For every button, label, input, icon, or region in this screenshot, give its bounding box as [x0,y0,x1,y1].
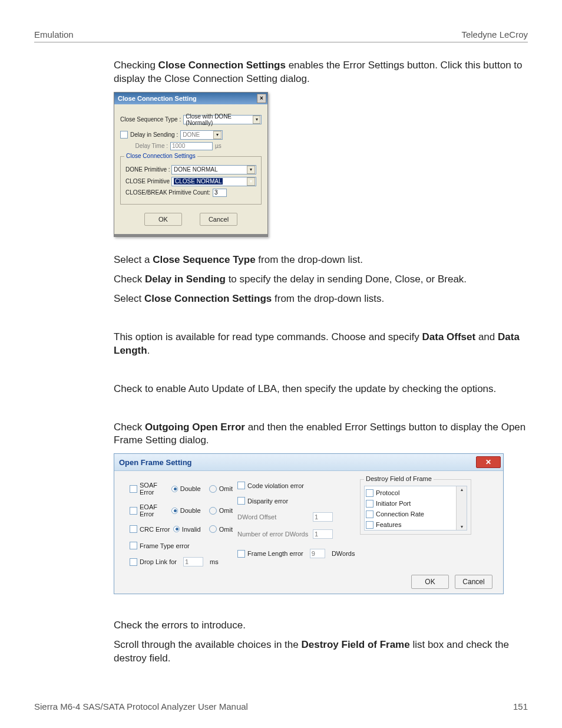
disparity-checkbox[interactable] [237,497,245,505]
chevron-down-icon: ▾ [247,166,255,174]
seq-type-select[interactable]: Close with DONE (Normally)▾ [183,115,262,124]
dialog-titlebar: Open Frame Setting ✕ [114,454,503,471]
delay-time-label: Delay Time : [130,143,168,149]
dword-offset-label: DWord Offset [237,513,310,521]
seq-type-label: Close Sequence Type : [120,116,181,123]
destroy-listbox[interactable]: Protocol Initiator Port Connection Rate … [364,486,467,531]
crc-omit-radio[interactable] [209,525,217,533]
para-6: Check to enable Auto Update of LBA, then… [114,383,528,396]
destroy-item-checkbox[interactable] [366,510,373,518]
para-3: Check Delay in Sending to specify the de… [114,273,528,286]
destroy-legend: Destroy Field of Frame [364,475,434,482]
delay-sending-label: Delay in Sending : [130,131,178,138]
ok-button[interactable]: OK [144,213,182,226]
para-9: Scroll through the available choices in … [114,638,528,666]
code-viol-checkbox[interactable] [237,482,245,489]
frame-len-input[interactable] [310,549,325,558]
eoaf-omit-radio[interactable] [209,507,217,515]
scrollbar[interactable]: ▴▾ [456,486,467,530]
crc-invalid-radio[interactable] [173,526,180,532]
dword-offset-input[interactable] [313,512,333,522]
ok-button[interactable]: OK [411,575,449,589]
chevron-down-icon: ▾ [253,116,260,124]
page-number: 151 [513,701,528,711]
cancel-button[interactable]: Cancel [200,213,237,226]
close-connection-group: Close Connection Settings DONE Primitive… [120,156,262,205]
num-err-label: Number of error DWords [237,531,310,538]
frame-type-label: Frame Type error [140,542,190,549]
eoaf-label: EOAF Error [140,503,169,518]
delay-sending-checkbox[interactable] [120,131,128,139]
delay-time-input[interactable] [170,142,213,150]
soaf-checkbox[interactable] [130,485,137,493]
delay-sending-select[interactable]: DONE▾ [180,130,223,140]
close-connection-dialog: Close Connection Setting × Close Sequenc… [114,92,268,237]
para-7: Check Outgoing Open Error and then the e… [114,421,528,448]
drop-link-input[interactable] [183,557,203,566]
eoaf-checkbox[interactable] [130,507,137,515]
cancel-button[interactable]: Cancel [455,575,492,589]
header-right: Teledyne LeCroy [461,29,528,39]
dialog-title: Open Frame Setting [119,458,192,467]
frame-type-checkbox[interactable] [130,542,137,549]
para-8: Check the errors to introduce. [114,619,528,633]
drop-link-checkbox[interactable] [130,558,137,566]
soaf-omit-radio[interactable] [209,485,217,493]
scroll-up-icon[interactable]: ▴ [461,487,463,492]
destroy-field-group: Destroy Field of Frame Protocol Initiato… [360,479,471,535]
chevron-down-icon: ▾ [247,177,255,186]
close-primitive-label: CLOSE Primitive : [125,178,169,185]
header-left: Emulation [34,29,74,39]
dialog-titlebar: Close Connection Setting × [114,93,267,104]
crc-checkbox[interactable] [130,525,137,533]
num-err-input[interactable] [313,529,333,539]
crc-label: CRC Error [140,526,171,533]
destroy-item-checkbox[interactable] [366,500,373,508]
para-2: Select a Close Sequence Type from the dr… [114,253,528,267]
frame-len-checkbox[interactable] [237,550,245,558]
delay-time-unit: µs [215,143,222,149]
dialog-title: Close Connection Setting [118,95,197,102]
close-icon[interactable]: × [257,94,266,103]
done-primitive-select[interactable]: DONE NORMAL▾ [171,165,256,174]
para-5: This option is available for read type c… [114,331,528,358]
close-primitive-select[interactable]: CLOSE NORMAL▾ [171,177,256,186]
drop-link-label: Drop Link for [140,558,177,565]
prim-count-label: CLOSE/BREAK Primitive Count: [125,189,210,196]
open-frame-dialog: Open Frame Setting ✕ SOAF ErrorDouble Om… [114,453,504,594]
para-1: Checking Close Connection Settings enabl… [114,59,528,86]
footer-left: Sierra M6-4 SAS/SATA Protocol Analyzer U… [34,701,248,711]
destroy-item-checkbox[interactable] [366,521,373,529]
prim-count-input[interactable] [213,189,227,197]
eoaf-double-radio[interactable] [171,508,178,514]
soaf-double-radio[interactable] [171,486,178,492]
para-4: Select Close Connection Settings from th… [114,292,528,306]
done-primitive-label: DONE Primitive : [125,166,169,173]
close-icon[interactable]: ✕ [476,456,501,468]
chevron-down-icon: ▾ [213,131,222,139]
soaf-label: SOAF Error [140,482,169,496]
group-legend: Close Connection Settings [124,153,197,159]
destroy-item-checkbox[interactable] [366,489,373,497]
scroll-down-icon[interactable]: ▾ [461,524,463,529]
header-rule [34,42,528,42]
